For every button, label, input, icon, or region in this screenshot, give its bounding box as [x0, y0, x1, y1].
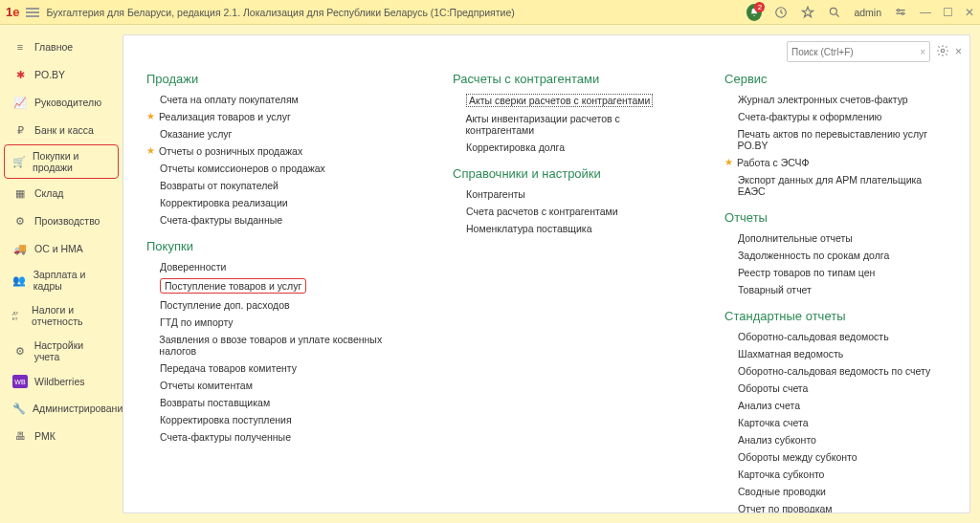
main-panel: × × ПродажиСчета на оплату покупателям★Р…: [122, 34, 970, 513]
sidebar-item-3[interactable]: ₽Банк и касса: [4, 117, 119, 143]
sidebar-item-6[interactable]: ⚙Производство: [4, 207, 119, 234]
cart-icon: 🛒: [12, 154, 26, 169]
search-input-wrapper[interactable]: ×: [787, 41, 930, 62]
menu-link-row: Отчеты комитентам: [146, 380, 405, 391]
menu-link[interactable]: Номенклатура поставщика: [466, 223, 591, 234]
sidebar-item-5[interactable]: ▦Склад: [4, 180, 119, 207]
menu-link[interactable]: Обороты счета: [738, 382, 808, 394]
menu-link[interactable]: Обороты между субконто: [738, 451, 858, 463]
search-input[interactable]: [791, 47, 916, 57]
menu-link[interactable]: Доверенности: [160, 261, 226, 272]
menu-link[interactable]: Оказание услуг: [160, 128, 232, 140]
menu-link-row: Счета-фактуры выданные: [146, 214, 405, 226]
sidebar-item-12[interactable]: 🔧Администрирование: [4, 395, 119, 422]
sidebar-item-10[interactable]: ⚙Настройки учета: [4, 334, 119, 368]
history-button[interactable]: [773, 5, 789, 20]
poby-icon: ✱: [12, 67, 28, 82]
menu-link[interactable]: Оборотно-сальдовая ведомость: [738, 331, 889, 342]
wb-icon: WB: [12, 375, 28, 388]
menu-link[interactable]: Печать актов по перевыставлению услуг PO…: [737, 128, 947, 151]
minimize-button[interactable]: —: [920, 6, 931, 19]
menu-link-row: Доверенности: [146, 261, 405, 272]
sidebar-item-0[interactable]: ≡Главное: [4, 33, 119, 60]
sidebar-item-9[interactable]: дт ктНалоги и отчетность: [4, 298, 119, 333]
panel-settings-button[interactable]: [936, 44, 949, 60]
menu-link[interactable]: Счета расчетов с контрагентами: [466, 206, 618, 217]
sidebar-item-label: Настройки учета: [34, 339, 110, 362]
menu-link[interactable]: Акты сверки расчетов с контрагентами: [466, 94, 653, 107]
menu-link-row: Сводные проводки: [724, 486, 947, 497]
menu-link[interactable]: Счета-фактуры полученные: [160, 431, 291, 443]
sidebar-item-1[interactable]: ✱PO.BY: [4, 61, 119, 88]
menu-link[interactable]: Дополнительные отчеты: [738, 232, 853, 244]
menu-link[interactable]: Акты инвентаризации расчетов с контраген…: [465, 113, 677, 136]
favorite-button[interactable]: [800, 5, 815, 20]
sidebar-item-4[interactable]: 🛒Покупки и продажи: [4, 144, 119, 179]
menu-link[interactable]: Заявления о ввозе товаров и уплате косве…: [159, 334, 405, 357]
menu-link[interactable]: Счета-фактуры к оформлению: [738, 111, 881, 122]
search-button[interactable]: [827, 5, 842, 20]
sidebar-item-11[interactable]: WBWildberries: [4, 369, 119, 394]
menu-link[interactable]: Отчеты о розничных продажах: [159, 145, 302, 157]
sidebar-item-label: Склад: [34, 187, 63, 199]
menu-link[interactable]: Сводные проводки: [738, 486, 826, 497]
menu-link-row: ★Реализация товаров и услуг: [146, 111, 405, 122]
notifications-button[interactable]: 2: [746, 5, 762, 20]
panel-close-button[interactable]: ×: [955, 45, 962, 58]
notification-count-badge: 2: [754, 2, 765, 12]
menu-link[interactable]: Поступление товаров и услуг: [160, 278, 306, 294]
menu-link[interactable]: Реализация товаров и услуг: [159, 111, 291, 122]
cash-icon: 🖶: [12, 428, 28, 444]
menu-link-row: Журнал электронных счетов-фактур: [724, 94, 947, 105]
panel-column: ПродажиСчета на оплату покупателям★Реали…: [146, 72, 405, 503]
menu-button[interactable]: [25, 5, 40, 20]
panel-column: СервисЖурнал электронных счетов-фактурСч…: [724, 72, 947, 503]
menu-link[interactable]: Корректировка реализации: [160, 197, 288, 208]
clear-search-icon[interactable]: ×: [920, 47, 925, 57]
sidebar-item-2[interactable]: 📈Руководителю: [4, 89, 119, 116]
chart-icon: 📈: [12, 95, 28, 110]
maximize-button[interactable]: ☐: [943, 6, 953, 19]
menu-link[interactable]: Возвраты от покупателей: [160, 180, 278, 191]
menu-link-row: Поступление товаров и услуг: [146, 278, 405, 294]
menu-link[interactable]: Журнал электронных счетов-фактур: [738, 94, 908, 105]
menu-link[interactable]: Отчет по проводкам: [738, 503, 833, 512]
sidebar-item-8[interactable]: 👥Зарплата и кадры: [4, 263, 119, 297]
menu-link[interactable]: Отчеты комиссионеров о продажах: [160, 163, 325, 174]
menu-link[interactable]: Поступление доп. расходов: [160, 299, 290, 311]
menu-link[interactable]: Оборотно-сальдовая ведомость по счету: [738, 365, 930, 377]
menu-link[interactable]: Реестр товаров по типам цен: [738, 267, 875, 278]
sidebar-item-7[interactable]: 🚚ОС и НМА: [4, 235, 119, 262]
menu-link[interactable]: Отчеты комитентам: [160, 380, 253, 391]
menu-link[interactable]: Работа с ЭСЧФ: [737, 157, 810, 168]
menu-link[interactable]: Карточка субконто: [738, 469, 824, 480]
menu-link[interactable]: Анализ субконто: [738, 434, 816, 446]
menu-link-row: Оказание услуг: [146, 128, 405, 140]
close-button[interactable]: ✕: [965, 6, 974, 19]
menu-link[interactable]: Счета на оплату покупателям: [160, 94, 299, 105]
menu-link[interactable]: Карточка счета: [738, 417, 809, 428]
menu-link[interactable]: Передача товаров комитенту: [160, 362, 297, 374]
menu-link-row: Карточка субконто: [724, 469, 947, 480]
menu-link-row: Счета-фактуры к оформлению: [724, 111, 947, 122]
menu-link-row: Поступление доп. расходов: [146, 299, 405, 311]
menu-link[interactable]: Задолженность по срокам долга: [738, 250, 889, 261]
menu-link[interactable]: Корректировка поступления: [160, 414, 292, 425]
user-label[interactable]: admin: [854, 7, 881, 18]
settings-button[interactable]: [893, 5, 908, 20]
menu-link[interactable]: ГТД по импорту: [160, 316, 234, 328]
menu-link[interactable]: Экспорт данных для АРМ плательщика ЕАЭС: [738, 174, 947, 197]
menu-link-row: ГТД по импорту: [146, 316, 405, 328]
menu-link[interactable]: Корректировка долга: [466, 142, 565, 153]
section-title: Стандартные отчеты: [724, 309, 947, 323]
menu-link[interactable]: Анализ счета: [738, 400, 800, 411]
menu-link[interactable]: Товарный отчет: [738, 284, 812, 295]
menu-link-row: Обороты счета: [724, 382, 947, 394]
section-title: Справочники и настройки: [453, 166, 677, 181]
sidebar-item-13[interactable]: 🖶РМК: [4, 423, 119, 449]
menu-link[interactable]: Счета-фактуры выданные: [160, 214, 282, 226]
star-icon: ★: [724, 158, 733, 167]
menu-link[interactable]: Контрагенты: [466, 188, 525, 200]
menu-link[interactable]: Шахматная ведомость: [738, 348, 843, 360]
menu-link[interactable]: Возвраты поставщикам: [160, 397, 270, 408]
